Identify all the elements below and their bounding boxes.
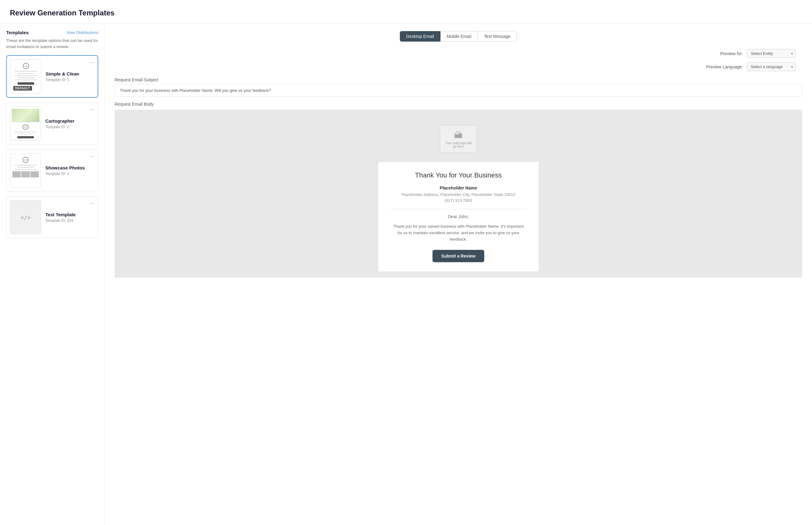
preview-language-label: Preview Language: bbox=[706, 64, 743, 69]
template-thumbnail-3: 29 bbox=[10, 153, 41, 187]
template-id-1: Template ID: 1 bbox=[46, 78, 94, 82]
email-body-label: Request Email Body bbox=[114, 102, 802, 107]
template-more-2[interactable]: ··· bbox=[90, 107, 94, 112]
thumb-circle-icon: 29 bbox=[23, 63, 29, 69]
preview-controls: Preview for: Select Entity Preview Langu… bbox=[114, 49, 802, 71]
email-logo-area: 🏔 Your entity logo will go here bbox=[378, 116, 538, 162]
tab-text-message[interactable]: Text Message bbox=[478, 31, 517, 42]
template-name-1: Simple & Clean bbox=[46, 71, 94, 76]
template-card-3[interactable]: 29 Showcase Photos bbox=[6, 149, 98, 191]
template-info-3: Showcase Photos Template ID: 3 bbox=[45, 165, 94, 176]
email-content: 🏔 Your entity logo will go here Thank Yo… bbox=[378, 116, 538, 271]
template-thumbnail-2: 29 bbox=[10, 107, 41, 140]
preview-panel: Desktop Email Mobile Email Text Message … bbox=[105, 24, 812, 525]
email-address: Placeholder Address, Placeholder City, P… bbox=[390, 192, 526, 197]
email-business-name: Placeholder Name bbox=[390, 185, 526, 191]
template-id-204: Template ID: 204 bbox=[45, 219, 94, 223]
default-badge: DEFAULT bbox=[13, 86, 32, 91]
entity-select[interactable]: Select Entity bbox=[747, 49, 796, 58]
email-body-text: Thank you for your valued business with … bbox=[390, 223, 526, 242]
email-preview-container: 🏔 Your entity logo will go here Thank Yo… bbox=[114, 110, 802, 278]
logo-placeholder: 🏔 Your entity logo will go here bbox=[440, 125, 477, 153]
code-icon: </> bbox=[21, 214, 31, 221]
email-body-content: Thank You for Your Business Placeholder … bbox=[378, 162, 538, 271]
email-heading: Thank You for Your Business bbox=[390, 171, 526, 179]
mountain-icon: 🏔 bbox=[454, 130, 463, 140]
email-greeting: Dear John, bbox=[390, 214, 526, 219]
template-list: 29 DEFAULT Simple & Clean Template ID: bbox=[6, 55, 98, 238]
template-info-1: Simple & Clean Template ID: 1 bbox=[46, 71, 94, 82]
page: Review Generation Templates Templates Vi… bbox=[0, 0, 812, 525]
template-name-2: Cartographer bbox=[45, 118, 94, 123]
submit-review-button[interactable]: Submit a Review bbox=[432, 250, 484, 262]
email-subject-label: Request Email Subject bbox=[114, 77, 802, 82]
template-name-3: Showcase Photos bbox=[45, 165, 94, 170]
sidebar-title: Templates bbox=[6, 30, 29, 35]
tab-desktop-email[interactable]: Desktop Email bbox=[400, 31, 441, 42]
template-more-204[interactable]: ··· bbox=[90, 200, 94, 206]
preview-tabs: Desktop Email Mobile Email Text Message bbox=[114, 31, 802, 42]
preview-for-row: Preview for: Select Entity bbox=[720, 49, 796, 58]
template-card-1[interactable]: 29 DEFAULT Simple & Clean Template ID: bbox=[6, 55, 98, 97]
sidebar-description: These are the template options that can … bbox=[6, 38, 98, 50]
language-select-wrapper: Select a language bbox=[747, 62, 796, 71]
page-header: Review Generation Templates bbox=[0, 0, 812, 24]
email-body-section: Request Email Body 🏔 Your entity logo wi… bbox=[114, 102, 802, 278]
thumb-circle-icon-3: 29 bbox=[22, 157, 29, 163]
template-thumbnail-204: </> bbox=[10, 200, 41, 234]
template-more-3[interactable]: ··· bbox=[90, 153, 94, 159]
template-card-204[interactable]: </> Test Template Template ID: 204 ··· bbox=[6, 196, 98, 238]
preview-for-label: Preview for: bbox=[720, 51, 743, 56]
template-thumbnail-1: 29 DEFAULT bbox=[11, 59, 41, 93]
template-card-2[interactable]: 29 Cartographer Template ID: 2 ··· bbox=[6, 103, 98, 145]
view-distributions-link[interactable]: View Distributions bbox=[66, 30, 98, 35]
logo-placeholder-text: Your entity logo will go here bbox=[445, 141, 471, 148]
email-divider bbox=[390, 209, 526, 209]
template-id-3: Template ID: 3 bbox=[45, 171, 94, 176]
template-name-204: Test Template bbox=[45, 212, 94, 217]
template-info-2: Cartographer Template ID: 2 bbox=[45, 118, 94, 129]
thumb-circle-icon-2: 29 bbox=[22, 124, 29, 130]
page-title: Review Generation Templates bbox=[10, 9, 802, 17]
email-subject-value: Thank you for your business with Placeho… bbox=[114, 84, 802, 97]
template-more-1[interactable]: ··· bbox=[89, 59, 94, 65]
sidebar-header: Templates View Distributions bbox=[6, 30, 98, 35]
email-subject-section: Request Email Subject Thank you for your… bbox=[114, 77, 802, 97]
language-select[interactable]: Select a language bbox=[747, 62, 796, 71]
main-content: Templates View Distributions These are t… bbox=[0, 24, 812, 525]
email-phone: (617) 913-7800 bbox=[390, 198, 526, 203]
tab-mobile-email[interactable]: Mobile Email bbox=[441, 31, 478, 42]
sidebar: Templates View Distributions These are t… bbox=[0, 24, 105, 525]
preview-language-row: Preview Language: Select a language bbox=[706, 62, 796, 71]
entity-select-wrapper: Select Entity bbox=[747, 49, 796, 58]
template-id-2: Template ID: 2 bbox=[45, 125, 94, 129]
template-info-204: Test Template Template ID: 204 bbox=[45, 212, 94, 223]
